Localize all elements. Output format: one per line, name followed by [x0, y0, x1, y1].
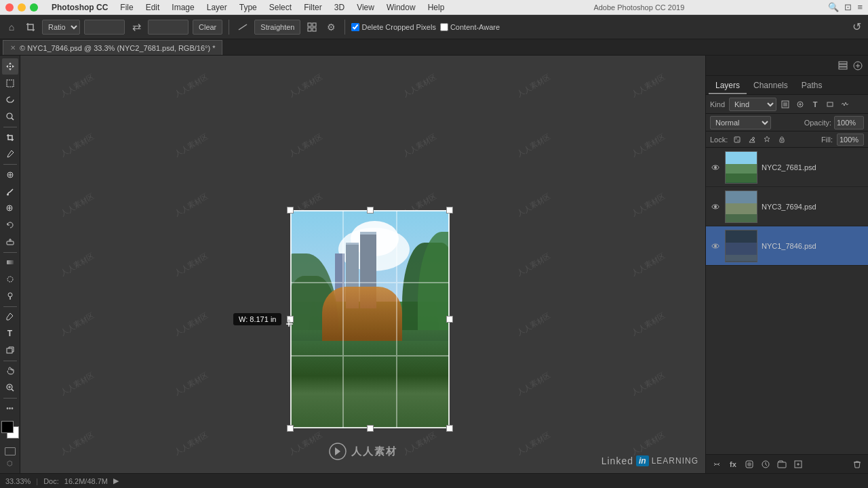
content-aware-checkbox[interactable] — [440, 23, 448, 31]
move-tool[interactable] — [2, 58, 18, 75]
history-brush-tool[interactable] — [2, 217, 18, 233]
crop-handle-mr[interactable] — [446, 316, 453, 323]
gradient-tool[interactable] — [2, 255, 18, 271]
menu-view[interactable]: View — [351, 1, 380, 14]
layer-item[interactable]: NYC3_7694.psd — [706, 187, 868, 226]
menu-3d[interactable]: 3D — [329, 1, 350, 14]
lock-position-icon[interactable] — [762, 134, 772, 145]
dodge-tool[interactable] — [2, 288, 18, 304]
menu-image[interactable]: Image — [166, 1, 199, 14]
crop-handle-br[interactable] — [446, 425, 453, 432]
menu-file[interactable]: File — [115, 1, 138, 14]
doc-arrow[interactable]: ▶ — [113, 476, 119, 485]
separator-2 — [344, 20, 345, 35]
layer-item-active[interactable]: NYC1_7846.psd — [706, 226, 868, 266]
crop-handle-tc[interactable] — [367, 207, 374, 214]
menu-layer[interactable]: Layer — [201, 1, 233, 14]
pen-tool[interactable] — [2, 309, 18, 325]
lock-transparent-icon[interactable] — [732, 134, 743, 145]
delete-cropped-checkbox[interactable] — [351, 23, 359, 31]
search-icon[interactable]: 🔍 — [828, 2, 839, 12]
tab-close-icon[interactable]: ✕ — [10, 44, 16, 52]
straighten-button[interactable]: Straighten — [254, 20, 300, 35]
hand-tool[interactable] — [2, 363, 18, 380]
minimize-button[interactable] — [18, 3, 26, 12]
panel-icon-adjust[interactable] — [852, 60, 864, 72]
filter-select[interactable]: Kind Name Effect Mode Attribute Color Sm… — [729, 98, 776, 111]
clear-button[interactable]: Clear — [193, 20, 222, 35]
delete-layer-icon[interactable] — [850, 458, 864, 471]
add-adjustment-icon[interactable] — [759, 458, 772, 471]
maximize-button[interactable] — [30, 3, 38, 12]
filter-smart-icon[interactable] — [839, 98, 851, 110]
layer-visibility-icon[interactable] — [710, 241, 721, 251]
lock-image-icon[interactable] — [747, 134, 757, 145]
swap-icon[interactable]: ⇄ — [129, 20, 144, 35]
text-tool[interactable]: T — [2, 325, 18, 342]
menu-type[interactable]: Type — [234, 1, 262, 14]
svg-rect-6 — [7, 80, 14, 87]
quick-select-tool[interactable] — [2, 108, 18, 125]
screen-mode-icon[interactable]: ⬡ — [7, 460, 13, 467]
fill-input[interactable] — [837, 134, 864, 146]
height-input[interactable] — [148, 20, 189, 35]
add-mask-icon[interactable] — [743, 458, 756, 471]
lasso-tool[interactable] — [2, 92, 18, 108]
more-tools[interactable]: ••• — [2, 401, 18, 417]
crop-tool-icon[interactable] — [23, 20, 38, 35]
crop-handle-ml[interactable]: W: 8.171 in — [287, 316, 294, 323]
add-layer-icon[interactable] — [791, 458, 805, 471]
settings-icon[interactable]: ⚙ — [323, 20, 338, 35]
filter-shape-icon[interactable] — [824, 98, 836, 110]
arrange-icon[interactable]: ⊡ — [844, 2, 852, 12]
filter-text-icon[interactable]: T — [809, 98, 821, 110]
blend-mode-select[interactable]: Normal Dissolve Multiply Screen Overlay — [710, 116, 771, 129]
crop-tool[interactable] — [2, 129, 18, 146]
panel-icon-layers[interactable] — [837, 60, 849, 72]
crop-handle-bl[interactable] — [287, 425, 294, 432]
filter-pixel-icon[interactable] — [779, 98, 791, 110]
add-style-icon[interactable]: fx — [726, 458, 740, 471]
eyedropper-tool[interactable] — [2, 146, 18, 162]
ratio-select[interactable]: Ratio — [42, 20, 80, 35]
menu-icon[interactable]: ≡ — [857, 2, 863, 12]
layer-item[interactable]: NYC2_7681.psd — [706, 148, 868, 187]
zoom-tool[interactable] — [2, 380, 18, 396]
eraser-tool[interactable] — [2, 234, 18, 250]
close-button[interactable] — [5, 3, 14, 12]
tab-layers[interactable]: Layers — [709, 78, 747, 94]
color-swatches[interactable] — [1, 421, 19, 439]
undo-icon[interactable]: ↺ — [849, 20, 864, 35]
tab-channels[interactable]: Channels — [747, 78, 795, 94]
menu-select[interactable]: Select — [264, 1, 297, 14]
marquee-tool[interactable] — [2, 75, 18, 92]
lock-all-icon[interactable] — [776, 134, 787, 145]
foreground-color[interactable] — [1, 421, 14, 433]
home-icon[interactable]: ⌂ — [4, 20, 19, 35]
width-input[interactable] — [84, 20, 125, 35]
filter-adjust-icon[interactable] — [794, 98, 806, 110]
straighten-icon[interactable] — [235, 20, 250, 35]
menu-help[interactable]: Help — [422, 1, 450, 14]
layer-visibility-icon[interactable] — [710, 201, 721, 212]
healing-brush-tool[interactable] — [2, 167, 18, 183]
blur-tool[interactable] — [2, 271, 18, 287]
link-layers-icon[interactable] — [710, 458, 724, 471]
shape-tool[interactable] — [2, 342, 18, 359]
crop-handle-tl[interactable] — [287, 207, 294, 214]
opacity-input[interactable] — [834, 116, 864, 129]
menu-filter[interactable]: Filter — [298, 1, 328, 14]
menu-edit[interactable]: Edit — [140, 1, 165, 14]
crop-handle-tr[interactable] — [446, 207, 453, 214]
tab-paths[interactable]: Paths — [795, 78, 829, 94]
add-group-icon[interactable] — [775, 458, 789, 471]
crop-handle-bc[interactable] — [367, 425, 374, 432]
grid-icon[interactable] — [304, 20, 319, 35]
mask-mode-icon[interactable] — [5, 447, 16, 455]
menu-window[interactable]: Window — [381, 1, 421, 14]
brush-tool[interactable] — [2, 184, 18, 200]
clone-stamp-tool[interactable] — [2, 200, 18, 216]
layer-visibility-icon[interactable] — [710, 162, 721, 173]
filter-label: Kind — [710, 100, 725, 108]
document-tab[interactable]: ✕ © NYC1_7846.psd @ 33.3% (NYC2_7681.psd… — [3, 40, 222, 55]
